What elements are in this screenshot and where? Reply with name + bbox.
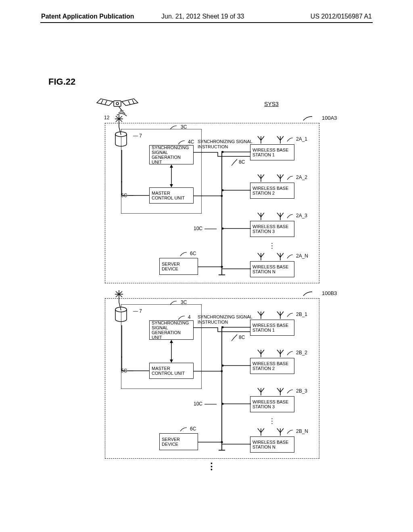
leader-line-icon [286,389,296,394]
leader-line-icon [302,290,322,297]
gps-link-a [117,127,123,135]
bus-b [218,324,226,453]
bs-b2-link [222,364,251,367]
gps-antenna-icon-b [113,288,125,304]
svg-point-33 [222,228,224,230]
base-station-a3: WIRELESS BASE STATION 3 [250,221,294,237]
bs-an-link [222,267,251,270]
master-unit-b-label: MASTER CONTROL UNIT [152,366,185,376]
base-station-an-label: WIRELESS BASE STATION N [252,264,288,274]
master-unit-a-label: MASTER CONTROL UNIT [152,191,185,200]
bus-ref-b: 10C [194,401,217,407]
leader-line-icon [286,350,296,356]
svg-point-25 [222,151,224,153]
outer-ref-a: 3C [169,124,187,130]
svg-rect-0 [114,101,121,106]
server-device-a-label: SERVER DEVICE [162,262,180,271]
bs-a2-link [222,189,251,192]
leader-line-icon [286,254,296,259]
signal-label-a: SYNCHRONIZING SIGNAL INSTRUCTION [198,139,254,149]
leader-line-icon [230,158,239,166]
sync-unit-b: SYNCHRONIZING SIGNAL GENERATION UNIT [149,320,194,340]
gps-antenna-icon-a [113,113,125,129]
svg-point-29 [222,189,224,191]
signal-ref-a: 8C [230,158,245,166]
leader-line-icon [230,334,239,342]
base-station-b2-label: WIRELESS BASE STATION 2 [252,361,288,371]
subsystem-a-ref: 100A3 [302,115,337,122]
svg-line-13 [119,127,121,135]
master-to-bus-b [194,370,223,373]
vdots-b: ... [271,416,273,423]
master-unit-b: MASTER CONTROL UNIT [149,363,194,379]
signal-ref-b: 8C [230,334,245,342]
leader-line-icon [177,139,188,145]
base-station-b1-label: WIRELESS BASE STATION 1 [252,323,288,332]
db-link-b [119,325,125,357]
svg-point-1 [116,102,119,105]
svg-line-46 [119,302,121,310]
bs-a3-link [222,227,251,230]
base-station-b2: WIRELESS BASE STATION 2 [250,358,294,374]
svg-line-2 [101,100,103,104]
server-device-a: SERVER DEVICE [159,258,198,275]
db-link-a [119,150,125,182]
bs-b1-ref: 2B_1 [286,312,307,318]
server-device-b-label: SERVER DEVICE [162,437,180,447]
figure-label: FIG.22 [48,77,75,87]
leader-line-icon [179,251,190,257]
svg-point-58 [222,326,224,328]
leader-line-icon [286,175,296,181]
bus-a [218,149,226,278]
bs-bn-ref: 2B_N [286,428,308,434]
outer-ref-b: 3C [169,299,187,305]
server-ref-a: 6C [179,251,196,257]
svg-point-54 [221,370,223,372]
leader-line-icon [177,315,188,320]
bs-bn-link [222,443,251,446]
leader-line-icon [286,429,296,434]
sync-unit-b-label: SYNCHRONIZING SIGNAL GENERATION UNIT [152,320,191,340]
svg-line-5 [132,100,134,104]
master-unit-a: MASTER CONTROL UNIT [149,187,194,204]
base-station-an: WIRELESS BASE STATION N [250,261,294,277]
bs-a3-ref: 2A_3 [286,213,307,219]
leader-line-icon [286,213,296,219]
base-station-b3: WIRELESS BASE STATION 3 [250,396,294,412]
bs-a2-ref: 2A_2 [286,175,307,181]
bs-b3-link [222,402,251,405]
subsystem-b-ref: 100B3 [302,290,337,297]
base-station-a1-label: WIRELESS BASE STATION 1 [252,148,288,157]
base-station-b3-label: WIRELESS BASE STATION 3 [252,399,288,409]
base-station-bn-label: WIRELESS BASE STATION N [252,440,288,449]
header-left: Patent Application Publication [41,13,134,20]
svg-point-21 [221,195,223,197]
svg-point-62 [222,365,224,367]
server-ref-b: 6C [179,426,196,432]
svg-marker-16 [170,184,173,187]
db-to-master-b [121,357,150,373]
gps-link-b [117,302,123,310]
sync-unit-a-label: SYNCHRONIZING SIGNAL GENERATION UNIT [152,145,191,164]
leader-line-icon [204,401,217,407]
bs-b1-link [222,326,251,329]
base-station-a2: WIRELESS BASE STATION 2 [250,183,294,199]
leader-line-icon [286,137,296,142]
bs-b2-ref: 2B_2 [286,350,307,356]
leader-line-icon [204,226,217,232]
bs-a1-link [222,150,251,154]
vdots-a: ... [271,240,273,247]
svg-point-66 [222,403,224,405]
master-to-bus-a [194,194,223,197]
subsystem-b-id-text: 100B3 [322,290,337,296]
bs-b3-ref: 2B_3 [286,388,307,394]
sync-unit-a: SYNCHRONIZING SIGNAL GENERATION UNIT [149,145,194,164]
bus-ref-a: 10C [194,226,217,232]
sync-unit-ref-b: 4 [177,314,191,320]
satellite-ref: 12 [104,115,109,121]
sync-unit-ref-a: 4C [177,139,194,145]
subsystem-a-id-text: 100A3 [322,115,337,121]
leader-line-icon [302,115,322,122]
bs-a1-ref: 2A_1 [286,136,307,142]
base-station-a1: WIRELESS BASE STATION 1 [250,144,294,160]
